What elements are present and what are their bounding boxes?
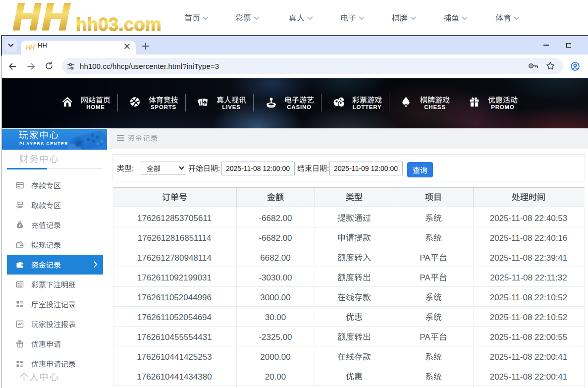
svg-text:HH: HH: [13, 0, 71, 35]
svg-text:hh03.com: hh03.com: [76, 14, 161, 35]
svg-text:HH: HH: [26, 44, 35, 51]
svg-text:¥: ¥: [19, 223, 21, 228]
